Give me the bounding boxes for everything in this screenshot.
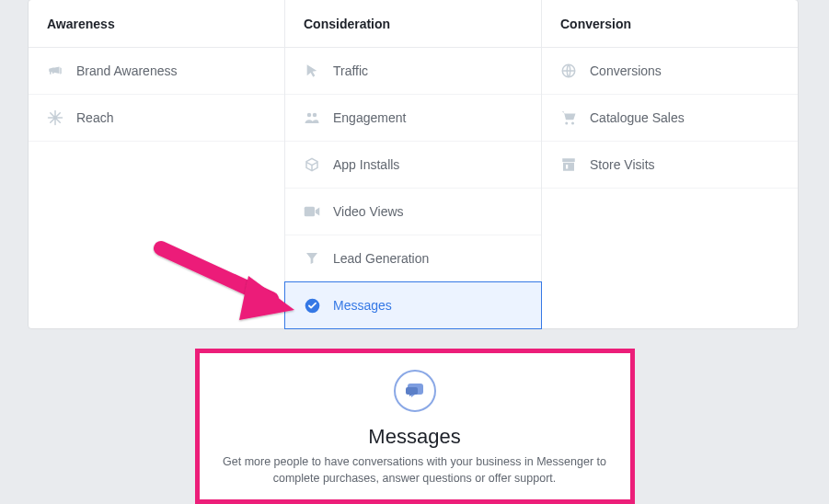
- objective-label: App Installs: [333, 157, 399, 172]
- snowflake-icon: [47, 109, 63, 126]
- objective-video-views[interactable]: Video Views: [285, 189, 541, 235]
- objective-columns: Awareness Brand Awareness Reach Consider…: [29, 0, 798, 328]
- svg-rect-3: [305, 207, 315, 217]
- objective-label: Video Views: [333, 204, 404, 219]
- column-consideration: Consideration Traffic Engagement App Ins…: [285, 0, 542, 328]
- objective-label: Conversions: [590, 63, 662, 78]
- objective-engagement[interactable]: Engagement: [285, 95, 541, 142]
- svg-point-1: [307, 113, 312, 118]
- objective-detail-panel: Messages Get more people to have convers…: [195, 349, 635, 504]
- detail-title: Messages: [222, 425, 608, 449]
- objective-conversions[interactable]: Conversions: [542, 48, 798, 95]
- cart-icon: [560, 109, 577, 126]
- objective-selector-card: Awareness Brand Awareness Reach Consider…: [28, 0, 799, 329]
- objective-messages[interactable]: Messages: [284, 281, 542, 329]
- objective-label: Lead Generation: [333, 251, 429, 266]
- objective-app-installs[interactable]: App Installs: [285, 142, 541, 189]
- objective-reach[interactable]: Reach: [29, 95, 284, 142]
- column-header-conversion: Conversion: [542, 0, 798, 48]
- objective-label: Brand Awareness: [76, 63, 177, 78]
- messages-large-icon: [394, 370, 436, 412]
- funnel-icon: [304, 250, 320, 267]
- objective-brand-awareness[interactable]: Brand Awareness: [29, 48, 284, 95]
- objective-store-visits[interactable]: Store Visits: [542, 142, 798, 189]
- cube-icon: [304, 156, 320, 173]
- objective-label: Catalogue Sales: [590, 110, 685, 125]
- column-header-awareness: Awareness: [29, 0, 284, 48]
- megaphone-icon: [47, 63, 63, 79]
- detail-description: Get more people to have conversations wi…: [222, 454, 608, 487]
- column-awareness: Awareness Brand Awareness Reach: [29, 0, 285, 328]
- column-header-consideration: Consideration: [285, 0, 541, 48]
- objective-label: Store Visits: [590, 157, 655, 172]
- objective-catalogue-sales[interactable]: Catalogue Sales: [542, 95, 798, 142]
- svg-point-7: [571, 122, 574, 125]
- objective-label: Reach: [76, 110, 113, 125]
- svg-point-2: [313, 113, 317, 118]
- video-icon: [304, 203, 320, 220]
- objective-lead-generation[interactable]: Lead Generation: [285, 235, 541, 282]
- objective-label: Engagement: [333, 110, 406, 125]
- store-icon: [560, 156, 577, 173]
- svg-point-6: [565, 122, 568, 125]
- column-conversion: Conversion Conversions Catalogue Sales S…: [542, 0, 798, 328]
- people-icon: [304, 109, 320, 126]
- globe-icon: [560, 63, 577, 79]
- objective-label: Messages: [333, 298, 392, 313]
- svg-point-0: [54, 117, 57, 120]
- cursor-icon: [304, 63, 320, 79]
- objective-traffic[interactable]: Traffic: [285, 48, 541, 95]
- check-icon: [304, 297, 320, 314]
- objective-label: Traffic: [333, 63, 368, 78]
